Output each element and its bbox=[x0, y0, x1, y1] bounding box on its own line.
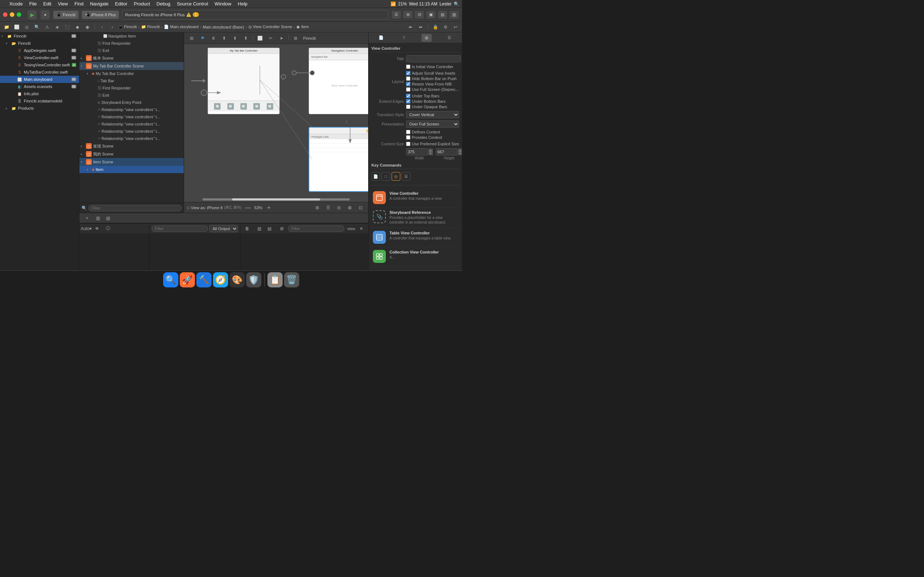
source-btn[interactable]: ⬜ bbox=[12, 23, 21, 31]
width-down[interactable]: ▼ bbox=[428, 152, 433, 155]
inspector-btn[interactable]: ▥ bbox=[449, 10, 459, 19]
scene-item-first-responder-tb[interactable]: ▶ ⬛ First Responder bbox=[79, 84, 184, 92]
adjust-scroll-label[interactable]: Adjust Scroll View Insets bbox=[406, 71, 459, 76]
menu-debug[interactable]: Debug bbox=[154, 0, 173, 8]
scene-section-wode[interactable]: ▸ ◻ 我的 Scene bbox=[79, 150, 184, 158]
hide-bottom-bar-label[interactable]: Hide Bottom Bar on Push bbox=[406, 76, 459, 81]
kc-attrs-icon[interactable]: ☰ bbox=[402, 172, 410, 181]
menu-xcode[interactable]: Xcode bbox=[6, 0, 26, 8]
storyboard-scrollbar[interactable] bbox=[202, 198, 350, 200]
dock-safari-icon[interactable]: 🧭 bbox=[213, 272, 228, 287]
defines-context-checkbox[interactable] bbox=[406, 130, 410, 134]
device-selector[interactable]: 📲 iPhone 8 Plus bbox=[82, 10, 119, 19]
kc-identity-icon[interactable]: ◎ bbox=[392, 172, 400, 181]
path-item[interactable]: ◉ Item bbox=[296, 24, 309, 29]
debug-output-select[interactable]: All Output bbox=[209, 225, 238, 232]
title-input[interactable] bbox=[406, 55, 461, 62]
explicit-size-label[interactable]: Use Preferred Explicit Size bbox=[406, 142, 459, 146]
warning-badge[interactable]: 1 bbox=[193, 12, 199, 17]
flag-btn[interactable]: ⚑ bbox=[198, 34, 207, 43]
nav-inspector-left[interactable]: ⬅ bbox=[406, 23, 415, 31]
clear-btn[interactable]: ✕ bbox=[357, 224, 366, 233]
scene-item-entry-point[interactable]: ▶ ◎ Storyboard Entry Point bbox=[79, 99, 184, 106]
zoom-out-btn[interactable]: — bbox=[244, 204, 252, 211]
debug-btn[interactable]: ▤ bbox=[438, 10, 447, 19]
path-vc-scene[interactable]: ◎ View Controller Scene bbox=[248, 24, 292, 29]
scene-item-rel4[interactable]: ▶ ↗ Relationship "view controllers" t... bbox=[79, 128, 184, 135]
scheme-selector[interactable]: 📱 Finnciti bbox=[53, 10, 79, 19]
info-btn[interactable]: ⓘ bbox=[103, 224, 113, 233]
menu-navigate[interactable]: Navigate bbox=[87, 0, 111, 8]
scene-item-rel2[interactable]: ▶ ↗ Relationship "view controllers" t... bbox=[79, 113, 184, 121]
symbol-btn[interactable]: ◎ bbox=[23, 23, 31, 31]
width-input[interactable] bbox=[406, 148, 428, 155]
tree-item-appdelegate[interactable]: ▶ S AppDelegate.swift M bbox=[0, 47, 79, 54]
inspector-tab-quick[interactable]: ? bbox=[399, 34, 409, 42]
kc-search-icon[interactable]: □ bbox=[381, 172, 390, 181]
scene-item-rel5[interactable]: ▶ ↗ Relationship "view controllers" t... bbox=[79, 135, 184, 142]
add-constraint-btn[interactable]: ⊞ bbox=[187, 34, 196, 43]
nav-forward-btn2[interactable]: ↩ bbox=[451, 23, 460, 31]
debug-layout1[interactable]: ▥ bbox=[255, 224, 264, 233]
tree-item-viewcontroller[interactable]: ▶ S ViewController.swift M bbox=[0, 54, 79, 61]
scene-filter-input[interactable] bbox=[89, 205, 181, 211]
tree-item-mytabbar[interactable]: ▶ S MyTabBarController.swift bbox=[0, 69, 79, 76]
prev-btn[interactable]: ⬆ bbox=[220, 34, 229, 43]
add-btn[interactable]: 🔒 bbox=[431, 23, 439, 31]
breakpoint-btn[interactable]: ◆ bbox=[73, 23, 82, 31]
full-screen-checkbox[interactable] bbox=[406, 87, 410, 92]
scene-item-tabbar[interactable]: ▶ □ Tab Bar bbox=[79, 77, 184, 84]
dock-launchpad-icon[interactable]: 🚀 bbox=[180, 272, 195, 287]
debug-center-filter-input[interactable] bbox=[152, 226, 208, 232]
tree-item-finnciti[interactable]: ▾ 📂 Finnciti bbox=[0, 40, 79, 47]
minimize-button[interactable] bbox=[10, 12, 15, 17]
assistant-btn[interactable]: ⊞ bbox=[403, 10, 413, 19]
debug-nav-btn[interactable]: ⬛ bbox=[63, 23, 71, 31]
debug-layout2[interactable]: ▤ bbox=[265, 224, 274, 233]
folder-icon-btn[interactable]: 📁 bbox=[2, 23, 11, 31]
under-top-bars-label[interactable]: Under Top Bars bbox=[406, 94, 459, 98]
under-bottom-bars-checkbox[interactable] bbox=[406, 99, 410, 103]
library-item-vc[interactable]: View Controller A controller that manage… bbox=[372, 188, 459, 207]
nav-btn2[interactable]: ➤ bbox=[277, 34, 286, 43]
scene-item-exit-tb[interactable]: ▶ ⬛ Exit bbox=[79, 92, 184, 99]
panel-toggle-btn[interactable]: ☰ bbox=[391, 10, 401, 19]
library-item-sr[interactable]: 📎 Storyboard Reference Provides a placeh… bbox=[372, 207, 459, 228]
library-item-tv[interactable]: Table View Controller A controller that … bbox=[372, 228, 459, 247]
path-finnciti-2[interactable]: 📁 Finnciti bbox=[141, 24, 160, 29]
forward-btn[interactable]: › bbox=[108, 23, 116, 31]
report-btn[interactable]: ◉ bbox=[83, 23, 92, 31]
search-icon[interactable]: 🔍 bbox=[454, 2, 459, 6]
add-debug-btn[interactable]: + bbox=[82, 214, 92, 222]
menu-edit[interactable]: Edit bbox=[40, 0, 54, 8]
next-btn[interactable]: ⬇ bbox=[230, 34, 240, 43]
menu-source-control[interactable]: Source Control bbox=[174, 0, 211, 8]
provides-context-checkbox[interactable] bbox=[406, 135, 410, 140]
settings-btn[interactable]: ⚙ bbox=[441, 23, 450, 31]
tree-item-finnciti-root[interactable]: ▾ 📁 Finnciti M bbox=[0, 32, 79, 40]
cut-btn[interactable]: ✂ bbox=[266, 34, 275, 43]
scene-section-zhangben[interactable]: ▸ ◻ 账本 Scene bbox=[79, 54, 184, 62]
warn-nav-btn[interactable]: ⚠ bbox=[43, 23, 51, 31]
scene-item-nav-item[interactable]: ▶ ⬜ Navigation Item bbox=[79, 32, 184, 40]
stop-button[interactable]: ■ bbox=[40, 10, 50, 20]
eye-btn[interactable]: 👁 bbox=[92, 224, 102, 233]
under-opaque-bars-label[interactable]: Under Opaque Bars bbox=[406, 105, 459, 109]
height-input[interactable] bbox=[436, 148, 457, 155]
path-finnciti-1[interactable]: 📱 Finnciti bbox=[118, 24, 137, 29]
under-top-bars-checkbox[interactable] bbox=[406, 94, 410, 98]
menu-view[interactable]: View bbox=[55, 0, 71, 8]
test-btn[interactable]: ◈ bbox=[53, 23, 61, 31]
tree-item-datamodel[interactable]: ▶ 🗄 Finnciti.xcdatamodeld bbox=[0, 97, 79, 105]
grid-btn[interactable]: ⊞ bbox=[291, 34, 300, 43]
scene-item-exit-top[interactable]: ▶ ⬛ Exit bbox=[79, 47, 184, 54]
menu-product[interactable]: Product bbox=[131, 0, 153, 8]
defines-context-label[interactable]: Defines Context bbox=[406, 130, 459, 134]
presentation-select[interactable]: Over Full Screen bbox=[406, 121, 459, 128]
library-item-cv[interactable]: Collection View Controller A... bbox=[372, 247, 459, 266]
scene-section-faxian[interactable]: ▸ ◻ 发现 Scene bbox=[79, 142, 184, 150]
layout-btn1[interactable]: ⊞ bbox=[313, 203, 322, 212]
layout-btn5[interactable]: ⊡ bbox=[356, 203, 365, 212]
dock-instruments-icon[interactable]: 🎨 bbox=[229, 272, 245, 287]
version-btn[interactable]: ⊟ bbox=[414, 10, 425, 19]
